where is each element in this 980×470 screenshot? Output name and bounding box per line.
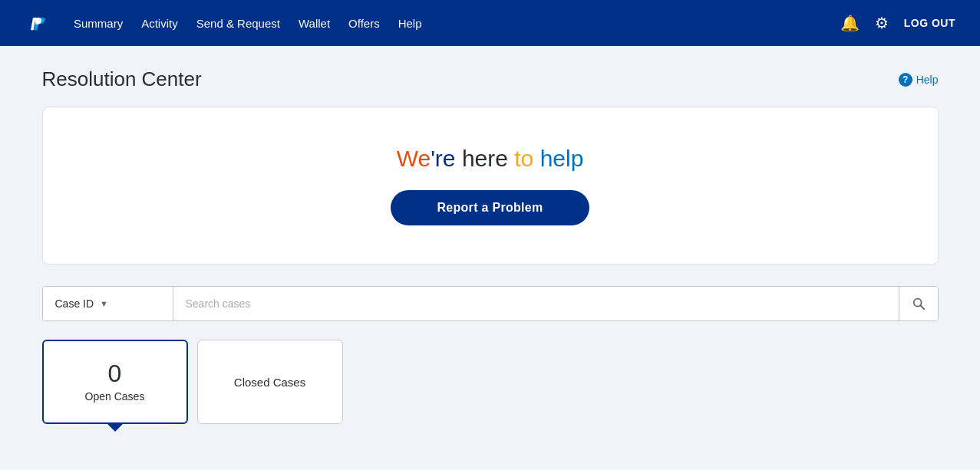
open-cases-count: 0 [108, 361, 122, 386]
page-content: Resolution Center ? Help We're here to h… [30, 46, 951, 424]
hero-title-here: here [462, 146, 514, 171]
help-link-label: Help [916, 74, 939, 86]
hero-title-re: 're [431, 146, 455, 171]
hero-card: We're here to help Report a Problem [42, 107, 939, 265]
hero-title: We're here to help [397, 146, 584, 172]
hero-title-we: We [397, 146, 431, 171]
nav-links: Summary Activity Send & Request Wallet O… [74, 14, 819, 33]
chevron-down-icon: ▼ [100, 299, 108, 308]
nav-activity[interactable]: Activity [141, 14, 178, 33]
bell-icon[interactable]: 🔔 [840, 14, 860, 32]
closed-cases-label: Closed Cases [234, 376, 305, 389]
nav-send-request[interactable]: Send & Request [196, 14, 280, 33]
gear-icon[interactable]: ⚙ [875, 14, 889, 32]
svg-line-1 [920, 305, 924, 309]
open-cases-label: Open Cases [85, 390, 145, 403]
help-link[interactable]: ? Help [899, 73, 939, 87]
logout-button[interactable]: LOG OUT [904, 17, 955, 29]
case-tabs: 0 Open Cases Closed Cases [42, 340, 939, 424]
search-icon [912, 297, 926, 311]
case-id-dropdown[interactable]: Case ID ▼ [43, 287, 173, 320]
search-button[interactable] [899, 287, 938, 320]
search-input[interactable] [173, 287, 899, 320]
search-bar: Case ID ▼ [42, 286, 939, 321]
nav-offers[interactable]: Offers [348, 14, 380, 33]
nav-summary[interactable]: Summary [74, 14, 123, 33]
page-header: Resolution Center ? Help [42, 67, 939, 91]
closed-cases-tab[interactable]: Closed Cases [197, 340, 343, 424]
help-circle-icon: ? [899, 73, 912, 87]
hero-title-to: to [514, 146, 539, 171]
navbar: Summary Activity Send & Request Wallet O… [0, 0, 980, 46]
nav-wallet[interactable]: Wallet [299, 14, 330, 33]
dropdown-label: Case ID [55, 297, 94, 310]
nav-help[interactable]: Help [398, 14, 422, 33]
paypal-logo[interactable] [25, 9, 52, 37]
page-title: Resolution Center [42, 67, 202, 91]
nav-right: 🔔 ⚙ LOG OUT [840, 14, 955, 32]
open-cases-tab[interactable]: 0 Open Cases [42, 340, 188, 424]
hero-title-help: help [540, 146, 584, 171]
report-problem-button[interactable]: Report a Problem [391, 190, 589, 225]
